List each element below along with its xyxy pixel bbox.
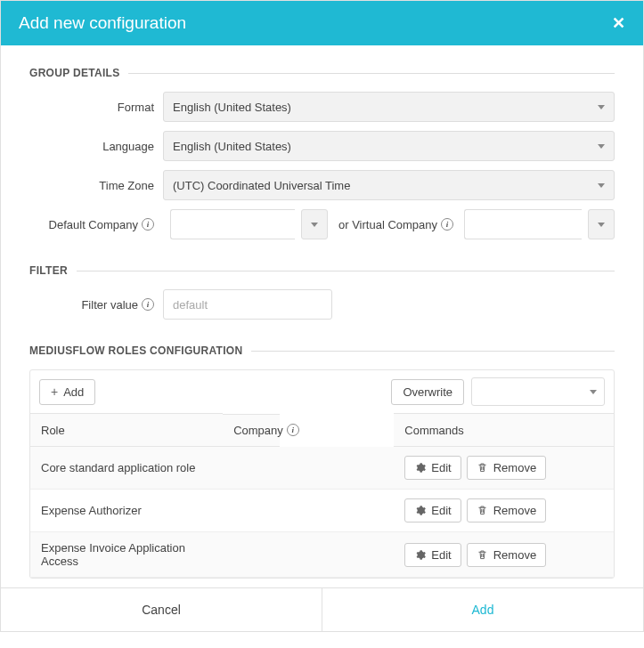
section-filter: FILTER bbox=[29, 264, 615, 277]
edit-button[interactable]: Edit bbox=[404, 543, 461, 567]
table-row: Expense Invoice Application AccessEditRe… bbox=[30, 532, 614, 578]
cancel-button[interactable]: Cancel bbox=[1, 588, 322, 631]
select-language-value: English (United States) bbox=[173, 140, 291, 153]
select-virtual-company-handle[interactable] bbox=[588, 209, 615, 239]
roles-toolbar: + Add Overwrite bbox=[30, 370, 614, 413]
select-default-company-handle[interactable] bbox=[301, 209, 328, 239]
col-commands: Commands bbox=[394, 414, 592, 447]
cell-role: Expense Authorizer bbox=[30, 490, 223, 532]
info-icon[interactable]: i bbox=[142, 298, 154, 311]
select-virtual-company[interactable] bbox=[464, 209, 582, 239]
close-icon[interactable]: ✕ bbox=[612, 13, 625, 33]
toolbar-right: Overwrite bbox=[391, 377, 605, 406]
edit-button[interactable]: Edit bbox=[404, 498, 461, 522]
divider bbox=[77, 271, 615, 271]
dialog-title: Add new configuration bbox=[19, 13, 186, 33]
add-role-button[interactable]: + Add bbox=[39, 379, 95, 405]
trash-icon bbox=[477, 462, 488, 474]
dialog-footer: Cancel Add bbox=[1, 587, 643, 631]
overwrite-button[interactable]: Overwrite bbox=[391, 379, 464, 405]
col-company[interactable]: Company i bbox=[223, 414, 279, 447]
info-icon[interactable]: i bbox=[441, 218, 453, 231]
scroll-gutter bbox=[592, 447, 614, 490]
info-icon[interactable]: i bbox=[142, 218, 154, 231]
row-timezone: Time Zone (UTC) Coordinated Universal Ti… bbox=[29, 170, 615, 200]
gear-icon bbox=[414, 505, 426, 516]
select-timezone[interactable]: (UTC) Coordinated Universal Time bbox=[163, 170, 615, 200]
select-language[interactable]: English (United States) bbox=[163, 131, 615, 161]
label-filter-value: Filter value i bbox=[29, 298, 163, 312]
table-row: Expense AuthorizerEditRemove bbox=[30, 490, 614, 532]
edit-button[interactable]: Edit bbox=[404, 456, 461, 480]
cell-company bbox=[223, 532, 394, 578]
scroll-gutter bbox=[592, 490, 614, 532]
cell-role: Expense Invoice Application Access bbox=[30, 532, 223, 578]
label-timezone: Time Zone bbox=[29, 179, 163, 192]
select-timezone-value: (UTC) Coordinated Universal Time bbox=[173, 179, 350, 192]
select-format[interactable]: English (United States) bbox=[163, 92, 615, 122]
row-language: Language English (United States) bbox=[29, 131, 615, 161]
label-virtual-company: or Virtual Company i bbox=[335, 218, 457, 231]
plus-icon: + bbox=[51, 385, 58, 398]
table-row: Core standard application roleEditRemove bbox=[30, 447, 614, 490]
scroll-gutter bbox=[592, 532, 614, 578]
label-default-company: Default Company i bbox=[29, 218, 163, 231]
section-label-text: GROUP DETAILS bbox=[29, 67, 119, 79]
cell-commands: EditRemove bbox=[394, 447, 592, 490]
cell-company bbox=[223, 447, 394, 490]
dialog-body: GROUP DETAILS Format English (United Sta… bbox=[1, 45, 643, 587]
remove-button[interactable]: Remove bbox=[467, 456, 546, 480]
trash-icon bbox=[477, 549, 488, 561]
chevron-down-icon bbox=[598, 223, 605, 227]
select-default-company[interactable] bbox=[170, 209, 295, 239]
section-label-text: MEDIUSFLOW ROLES CONFIGURATION bbox=[29, 344, 242, 357]
label-language: Language bbox=[29, 140, 163, 153]
divider bbox=[251, 351, 615, 352]
section-group-details: GROUP DETAILS bbox=[29, 67, 615, 79]
row-format: Format English (United States) bbox=[29, 92, 615, 122]
roles-panel: + Add Overwrite Role bbox=[29, 369, 615, 579]
cell-commands: EditRemove bbox=[394, 532, 592, 578]
col-role[interactable]: Role bbox=[30, 414, 223, 447]
gear-icon bbox=[414, 462, 426, 474]
chevron-down-icon bbox=[598, 144, 605, 149]
dialog: Add new configuration ✕ GROUP DETAILS Fo… bbox=[0, 0, 644, 632]
remove-button[interactable]: Remove bbox=[467, 543, 546, 567]
trash-icon bbox=[477, 505, 488, 516]
row-filter-value: Filter value i bbox=[29, 289, 615, 320]
section-roles: MEDIUSFLOW ROLES CONFIGURATION bbox=[29, 344, 615, 357]
chevron-down-icon bbox=[311, 223, 318, 227]
cell-commands: EditRemove bbox=[394, 490, 592, 532]
cell-role: Core standard application role bbox=[30, 447, 223, 490]
chevron-down-icon bbox=[598, 183, 605, 188]
chevron-down-icon bbox=[590, 390, 597, 394]
divider bbox=[128, 73, 615, 74]
roles-table: Role Company i Commands Core standard ap… bbox=[30, 413, 614, 578]
dialog-header: Add new configuration ✕ bbox=[1, 1, 643, 45]
cell-company bbox=[223, 490, 394, 532]
info-icon[interactable]: i bbox=[287, 424, 299, 436]
scroll-col bbox=[592, 414, 614, 447]
overwrite-select[interactable] bbox=[471, 377, 605, 406]
row-company: Default Company i or Virtual Company i bbox=[29, 209, 615, 239]
filter-value-input[interactable] bbox=[163, 289, 332, 320]
section-label-text: FILTER bbox=[29, 264, 68, 277]
chevron-down-icon bbox=[598, 105, 605, 109]
remove-button[interactable]: Remove bbox=[467, 498, 546, 522]
select-format-value: English (United States) bbox=[173, 101, 291, 114]
add-button[interactable]: Add bbox=[322, 588, 643, 631]
label-format: Format bbox=[29, 101, 163, 114]
gear-icon bbox=[414, 549, 426, 561]
